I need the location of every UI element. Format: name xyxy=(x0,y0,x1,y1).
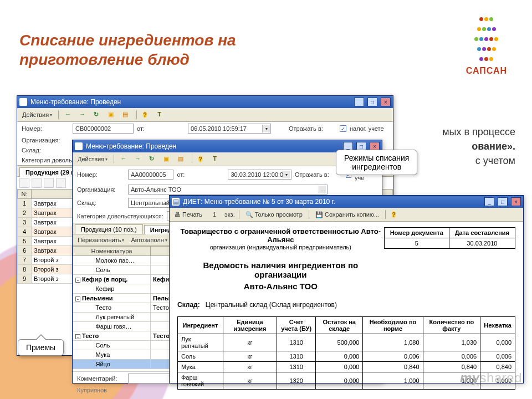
actions-dropdown[interactable]: Действия xyxy=(20,111,54,119)
sklad-label: Склад: xyxy=(22,147,69,154)
nav-forward-button[interactable] xyxy=(132,154,145,164)
preview-toolbar: 🖶 Печать 1 экз. 🔍 Только просмотр 💾 Сохр… xyxy=(170,208,523,222)
book-button[interactable] xyxy=(176,154,188,164)
reflect-label: Отражать в: xyxy=(295,171,342,178)
close-button[interactable]: × xyxy=(511,197,521,206)
refresh-icon xyxy=(149,155,157,163)
col-nomenclature[interactable]: Номенклатура xyxy=(73,247,151,256)
window-icon: ▣ xyxy=(75,142,83,150)
date-input[interactable]: 06.05.2010 10:59:17▾ xyxy=(188,124,271,134)
save-copy-button[interactable]: 💾 Сохранить копию... xyxy=(313,210,381,219)
document-preview[interactable]: Товарищество с ограниченной ответственно… xyxy=(170,222,523,395)
window-title: Меню-требование: Проведен xyxy=(30,98,121,106)
doc-heading-1: Ведомость наличия ингредиентов по органи… xyxy=(177,260,384,279)
grid-btn-3[interactable] xyxy=(44,178,54,188)
arrow-left-icon xyxy=(120,155,128,163)
copies-suffix: экз. xyxy=(224,211,235,218)
org-label: Организация: xyxy=(22,137,69,144)
org-input[interactable]: Авто-Альянс ТОО… xyxy=(128,185,328,195)
book-icon xyxy=(122,111,130,119)
doc-button[interactable] xyxy=(161,154,173,164)
grid-btn-1[interactable] xyxy=(19,178,29,188)
help-button[interactable] xyxy=(141,110,153,120)
grid-btn-2[interactable] xyxy=(32,178,42,188)
category-label: Категория довольствующихся: xyxy=(77,213,163,219)
date-label: от: xyxy=(137,125,185,132)
text-icon xyxy=(157,111,165,119)
autofill-dropdown[interactable]: Автозаполн xyxy=(129,236,169,244)
arrow-right-icon xyxy=(135,155,142,163)
doc-sklad-label: Склад: xyxy=(177,301,200,309)
table-row: Солькг13100,0000,0060,0060,006 xyxy=(178,351,515,362)
doc-org-full: Товарищество с ограниченной ответственно… xyxy=(177,227,384,244)
table-row: Лук репчатыйкг1310500,0001,0801,0300,000 xyxy=(178,334,515,351)
text-button[interactable] xyxy=(211,154,223,164)
book-icon xyxy=(178,155,186,163)
doc-button[interactable] xyxy=(106,110,118,120)
doc-sklad-value: Центральный склад (Склад ингредиентов) xyxy=(206,301,337,309)
maximize-button[interactable]: □ xyxy=(498,197,508,206)
refresh-icon xyxy=(94,111,101,119)
refresh-button[interactable] xyxy=(91,110,104,120)
minimize-button[interactable]: _ xyxy=(484,197,494,206)
date-input[interactable]: 30.03.2010 12:00:00▾ xyxy=(228,170,291,180)
help-button[interactable] xyxy=(390,209,402,219)
col-n[interactable]: N: xyxy=(18,190,32,199)
copies-input[interactable]: 1 xyxy=(207,211,222,218)
doc-org-sub: организация (индивидуальный предпринимат… xyxy=(177,244,384,250)
refresh-button[interactable] xyxy=(147,154,159,164)
tab-products[interactable]: Продукция (29 п xyxy=(19,167,81,177)
toolbar: Действия xyxy=(17,108,393,122)
org-label: Организация: xyxy=(77,186,125,193)
number-input[interactable]: АА00000005 xyxy=(128,170,173,180)
text-icon xyxy=(213,155,221,163)
window-icon: ▤ xyxy=(172,198,180,206)
titlebar[interactable]: ▤ ДИЕТ: Меню-требование № 5 от 30 марта … xyxy=(170,196,523,208)
help-button[interactable] xyxy=(196,154,208,164)
background-text: мых в процессе ование». с учетом xyxy=(442,125,515,168)
print-button[interactable]: 🖶 Печать xyxy=(172,210,204,219)
actions-dropdown[interactable]: Действия xyxy=(75,155,110,163)
arrow-left-icon xyxy=(65,111,73,119)
slide-title: Списание ингредиентов на приготовление б… xyxy=(19,30,236,69)
nav-forward-button[interactable] xyxy=(77,110,89,120)
doc-meta-table: Номер документаДата составления 530.03.2… xyxy=(384,227,515,249)
window-title: ДИЕТ: Меню-требование № 5 от 30 марта 20… xyxy=(183,198,335,206)
number-label: Номер: xyxy=(77,171,125,178)
view-only-button[interactable]: 🔍 Только просмотр xyxy=(243,210,305,219)
nav-back-button[interactable] xyxy=(63,110,75,120)
maximize-button[interactable]: □ xyxy=(367,98,377,106)
tax-label: налог. учете xyxy=(350,125,384,132)
text-button[interactable] xyxy=(155,110,167,120)
watermark: myshared xyxy=(460,370,522,386)
grid-btn-4[interactable] xyxy=(56,178,66,188)
doc-heading-2: Авто-Альянс ТОО xyxy=(177,282,384,291)
date-label: от: xyxy=(177,171,224,178)
callout-priemy: Приемы xyxy=(18,339,64,356)
document-icon xyxy=(108,111,116,119)
window-title: Меню-требование: Проведен xyxy=(86,142,176,150)
callout-modes: Режимы списанияингредиентов xyxy=(336,150,417,175)
window-icon: ▣ xyxy=(19,98,27,106)
comment-label: Комментарий: xyxy=(77,375,125,382)
reflect-label: Отражать в: xyxy=(289,125,336,132)
book-button[interactable] xyxy=(120,110,132,120)
tab-products[interactable]: Продукция (10 поз.) xyxy=(75,224,143,234)
close-button[interactable]: × xyxy=(381,98,391,106)
tax-checkbox[interactable]: ✓ xyxy=(340,125,346,132)
refill-dropdown[interactable]: Перезаполнить xyxy=(75,236,126,244)
arrow-right-icon xyxy=(79,111,87,119)
question-icon xyxy=(143,111,151,119)
sklad-label: Склад: xyxy=(77,200,125,206)
question-icon xyxy=(198,155,206,163)
titlebar[interactable]: ▣ Меню-требование: Проведен _ □ × xyxy=(17,96,393,108)
number-input[interactable]: СВ00000002 xyxy=(73,124,134,134)
nav-back-button[interactable] xyxy=(118,154,130,164)
titlebar[interactable]: ▣ Меню-требование: Проведен _ □ × xyxy=(73,140,382,152)
question-icon xyxy=(392,211,400,218)
number-label: Номер: xyxy=(22,125,69,132)
document-icon xyxy=(163,155,171,163)
footer-user: Куприянов xyxy=(77,387,107,393)
window-print-preview: ▤ ДИЕТ: Меню-требование № 5 от 30 марта … xyxy=(169,195,524,383)
minimize-button[interactable]: _ xyxy=(354,98,364,106)
